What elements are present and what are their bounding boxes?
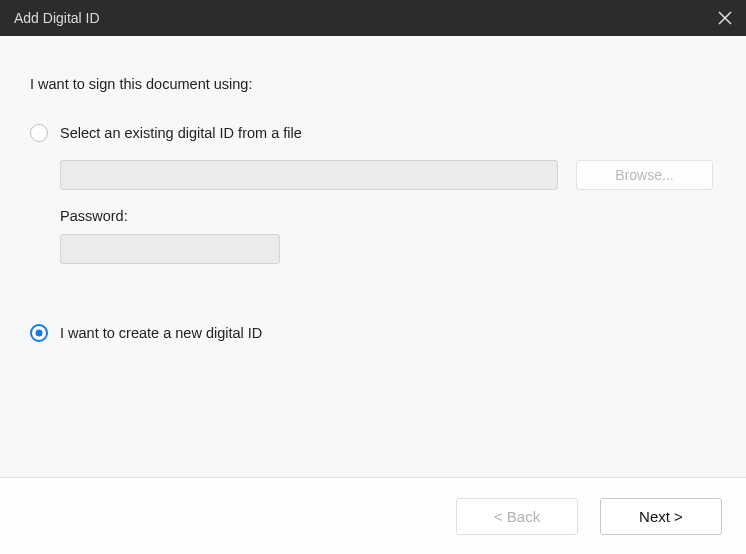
window-title: Add Digital ID	[14, 10, 100, 26]
dialog-content: I want to sign this document using: Sele…	[0, 36, 746, 342]
file-path-input[interactable]	[60, 160, 558, 190]
prompt-heading: I want to sign this document using:	[30, 76, 716, 92]
option-create-id[interactable]: I want to create a new digital ID	[30, 324, 716, 342]
file-path-row: Browse...	[60, 160, 716, 190]
password-input[interactable]	[60, 234, 280, 264]
next-button[interactable]: Next >	[600, 498, 722, 535]
existing-id-fields: Browse... Password:	[60, 160, 716, 264]
option-existing-id-label: Select an existing digital ID from a fil…	[60, 125, 302, 141]
option-create-id-label: I want to create a new digital ID	[60, 325, 262, 341]
back-button[interactable]: < Back	[456, 498, 578, 535]
radio-existing-id[interactable]	[30, 124, 48, 142]
option-existing-id[interactable]: Select an existing digital ID from a fil…	[30, 124, 716, 142]
titlebar: Add Digital ID	[0, 0, 746, 36]
footer: < Back Next >	[0, 478, 746, 554]
password-label: Password:	[60, 208, 716, 224]
radio-create-id[interactable]	[30, 324, 48, 342]
browse-button[interactable]: Browse...	[576, 160, 713, 190]
close-icon[interactable]	[718, 11, 732, 25]
